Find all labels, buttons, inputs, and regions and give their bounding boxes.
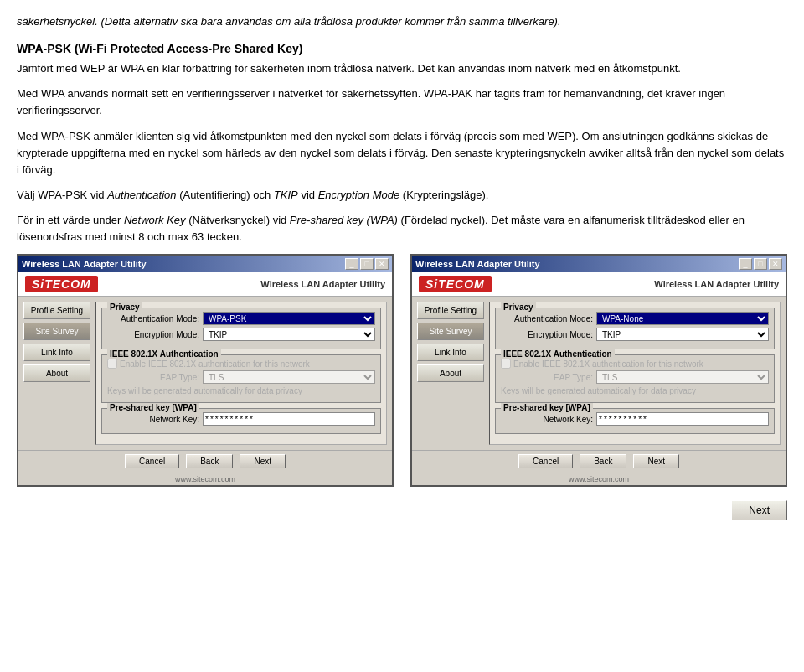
- dialog-right-content: Privacy Authentication Mode: WPA-None En…: [489, 302, 781, 445]
- auth-mode-select-right[interactable]: WPA-None: [596, 312, 769, 325]
- dialog-left-content: Privacy Authentication Mode: WPA-PSK Enc…: [95, 302, 387, 445]
- privacy-group-right: Privacy Authentication Mode: WPA-None En…: [495, 308, 775, 349]
- sidebar-link-info-left[interactable]: Link Info: [23, 344, 90, 361]
- dialog-left-sidebar: Profile Setting Site Survey Link Info Ab…: [23, 302, 90, 445]
- cancel-button-left[interactable]: Cancel: [125, 454, 179, 468]
- enc-mode-label-right: Encryption Mode:: [501, 330, 593, 339]
- next-page-button[interactable]: Next: [731, 500, 787, 520]
- auth-mode-row-left: Authentication Mode: WPA-PSK: [107, 312, 375, 325]
- psk-group-left: Pre-shared key [WPA] Network Key:: [101, 408, 381, 434]
- dialog-right-title: Wireless LAN Adapter Utility: [415, 259, 540, 269]
- sidebar-link-info-right[interactable]: Link Info: [417, 344, 484, 361]
- auth-mode-label-right: Authentication Mode:: [501, 314, 593, 323]
- dialogs-container: Wireless LAN Adapter Utility _ □ ✕ SiTEC…: [17, 254, 787, 487]
- sidebar-profile-setting-right[interactable]: Profile Setting: [417, 302, 484, 319]
- netkey-input-right[interactable]: [596, 412, 769, 426]
- ieee-checkbox-row-right: Enable IEEE 802.1X authentication for th…: [501, 359, 769, 369]
- back-button-left[interactable]: Back: [186, 454, 233, 468]
- next-button-right[interactable]: Next: [633, 454, 679, 468]
- eap-select-left[interactable]: TLS: [203, 370, 375, 384]
- maximize-button-right[interactable]: □: [754, 258, 767, 270]
- titlebar-buttons-left: _ □ ✕: [345, 258, 389, 270]
- titlebar-buttons-right: _ □ ✕: [739, 258, 782, 270]
- intro-paragraph: säkerhetsnyckel. (Detta alternativ ska b…: [17, 13, 787, 30]
- section-heading-wpa: WPA-PSK (Wi-Fi Protected Access-Pre Shar…: [17, 42, 787, 55]
- dialog-right: Wireless LAN Adapter Utility _ □ ✕ SiTEC…: [410, 254, 787, 487]
- close-button-left[interactable]: ✕: [375, 258, 389, 270]
- ieee-checkbox-left[interactable]: [107, 359, 117, 369]
- maximize-button-left[interactable]: □: [360, 258, 374, 270]
- ieee-checkbox-row-left: Enable IEEE 802.1X authentication for th…: [107, 359, 375, 369]
- psk-group-title-right: Pre-shared key [WPA]: [501, 403, 593, 412]
- dialog-right-sidebar: Profile Setting Site Survey Link Info Ab…: [417, 302, 484, 445]
- logo-subtitle-left: Wireless LAN Adapter Utility: [260, 279, 385, 289]
- cancel-button-right[interactable]: Cancel: [518, 454, 573, 468]
- minimize-button-right[interactable]: _: [739, 258, 752, 270]
- dialog-left: Wireless LAN Adapter Utility _ □ ✕ SiTEC…: [17, 254, 394, 487]
- back-button-right[interactable]: Back: [580, 454, 626, 468]
- psk-group-title-left: Pre-shared key [WPA]: [107, 403, 199, 412]
- auth-mode-select-left[interactable]: WPA-PSK: [203, 312, 375, 325]
- auth-mode-row-right: Authentication Mode: WPA-None: [501, 312, 769, 325]
- enc-mode-row-right: Encryption Mode: TKIP: [501, 328, 769, 341]
- eap-label-right: EAP Type:: [501, 373, 593, 382]
- paragraph-2: Med WPA används normalt sett en verifier…: [17, 85, 787, 119]
- privacy-group-title-right: Privacy: [501, 302, 536, 312]
- privacy-group-left: Privacy Authentication Mode: WPA-PSK Enc…: [101, 308, 381, 349]
- dialog-left-titlebar: Wireless LAN Adapter Utility _ □ ✕: [18, 256, 392, 272]
- dialog-right-body: Profile Setting Site Survey Link Info Ab…: [412, 297, 786, 450]
- dialog-left-body: Profile Setting Site Survey Link Info Ab…: [18, 297, 392, 450]
- watermark-left: www.sitecom.com: [18, 473, 392, 485]
- close-button-right[interactable]: ✕: [769, 258, 782, 270]
- sidebar-site-survey-right[interactable]: Site Survey: [417, 323, 484, 340]
- netkey-row-left: Network Key:: [107, 412, 375, 426]
- sidebar-about-right[interactable]: About: [417, 364, 484, 382]
- ieee-group-left: IEEE 802.1X Authentication Enable IEEE 8…: [101, 354, 381, 403]
- page-navigation: Next: [17, 492, 787, 529]
- enc-mode-label-left: Encryption Mode:: [107, 330, 199, 339]
- sidebar-about-left[interactable]: About: [23, 364, 90, 382]
- eap-row-right: EAP Type: TLS: [501, 370, 769, 384]
- enc-mode-row-left: Encryption Mode: TKIP: [107, 328, 375, 341]
- paragraph-1: Jämfört med WEP är WPA en klar förbättri…: [17, 60, 787, 77]
- watermark-right: www.sitecom.com: [412, 473, 786, 485]
- netkey-label-right: Network Key:: [501, 415, 593, 424]
- eap-note-right: Keys will be generated automatically for…: [501, 386, 769, 395]
- ieee-group-right: IEEE 802.1X Authentication Enable IEEE 8…: [495, 354, 775, 403]
- eap-note-left: Keys will be generated automatically for…: [107, 386, 375, 395]
- logo-subtitle-right: Wireless LAN Adapter Utility: [654, 279, 779, 289]
- dialog-right-titlebar: Wireless LAN Adapter Utility _ □ ✕: [412, 256, 786, 272]
- netkey-input-left[interactable]: [203, 412, 375, 426]
- ieee-group-title-left: IEEE 802.1X Authentication: [107, 349, 221, 359]
- intro-text: säkerhetsnyckel. (Detta alternativ ska b…: [17, 15, 561, 28]
- logo-bar-right: SiTECOM Wireless LAN Adapter Utility: [412, 272, 786, 297]
- sidebar-profile-setting-left[interactable]: Profile Setting: [23, 302, 90, 319]
- dialog-right-footer: Cancel Back Next: [412, 450, 786, 473]
- eap-label-left: EAP Type:: [107, 373, 199, 382]
- auth-mode-label-left: Authentication Mode:: [107, 314, 199, 323]
- paragraph-4: Välj WPA-PSK vid Authentication (Autenti…: [17, 187, 787, 204]
- sidebar-site-survey-left[interactable]: Site Survey: [23, 323, 90, 340]
- netkey-label-left: Network Key:: [107, 415, 199, 424]
- privacy-group-title-left: Privacy: [107, 302, 142, 312]
- ieee-group-title-right: IEEE 802.1X Authentication: [501, 349, 615, 359]
- sitecom-logo-left: SiTECOM: [25, 276, 98, 292]
- minimize-button-left[interactable]: _: [345, 258, 358, 270]
- next-button-left[interactable]: Next: [240, 454, 286, 468]
- ieee-checkbox-right[interactable]: [501, 359, 511, 369]
- eap-select-right[interactable]: TLS: [596, 370, 769, 384]
- logo-bar-left: SiTECOM Wireless LAN Adapter Utility: [18, 272, 392, 297]
- enc-mode-select-right[interactable]: TKIP: [596, 328, 769, 341]
- eap-row-left: EAP Type: TLS: [107, 370, 375, 384]
- paragraph-3: Med WPA-PSK anmäler klienten sig vid åtk…: [17, 128, 787, 178]
- netkey-row-right: Network Key:: [501, 412, 769, 426]
- enc-mode-select-left[interactable]: TKIP: [203, 328, 375, 341]
- paragraph-5: För in ett värde under Network Key (Nätv…: [17, 212, 787, 246]
- dialog-left-footer: Cancel Back Next: [18, 450, 392, 473]
- dialog-left-title: Wireless LAN Adapter Utility: [22, 259, 147, 269]
- psk-group-right: Pre-shared key [WPA] Network Key:: [495, 408, 775, 434]
- sitecom-logo-right: SiTECOM: [419, 276, 492, 292]
